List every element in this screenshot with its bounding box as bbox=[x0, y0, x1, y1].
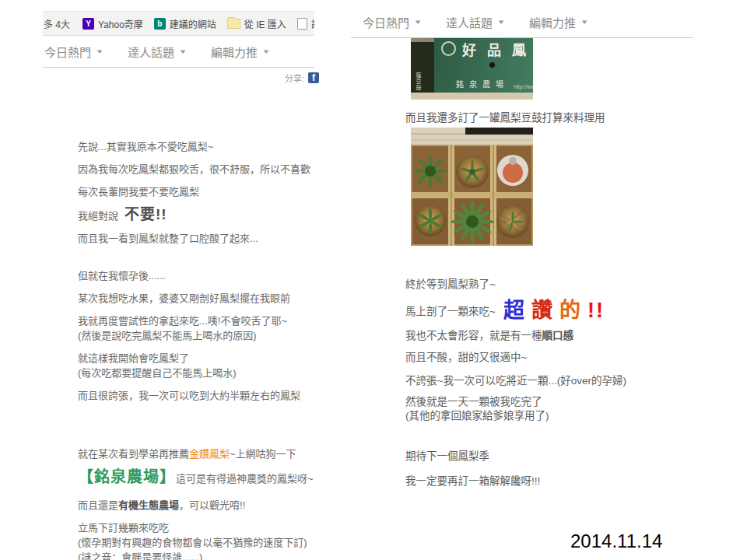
bookmark-label: 建議的網站 bbox=[170, 17, 216, 30]
post-line: 而且不酸，甜的又很適中~ bbox=[405, 351, 527, 365]
post-line: (每次吃都要提醒自己不能馬上喝水) bbox=[78, 366, 314, 380]
post-line: 而且還是有機生態農場，可以觀光唷!! bbox=[78, 499, 314, 512]
photo-pineapples-in-box bbox=[411, 128, 533, 246]
post-line: 而且很誇張，我一次可以吃到大約半顆左右的鳳梨 bbox=[78, 389, 314, 402]
nav-item-hot-today[interactable]: 今日熱門 ▼ bbox=[44, 44, 103, 60]
nav-item-editor-picks[interactable]: 編輯力推 ▼ bbox=[529, 14, 587, 30]
share-label: 分享: bbox=[285, 72, 304, 84]
photo-pineapple-box-exterior: 蔭豆鼓 好品鳳 銘泉農場 http://www bbox=[411, 38, 533, 100]
nav-item-expert-topics[interactable]: 達人話題 ▼ bbox=[446, 14, 504, 30]
bookmarks-overflow-label[interactable]: 多 4大 bbox=[44, 17, 70, 30]
post-line: (然後是說吃完鳳梨不能馬上喝水的原因) bbox=[78, 329, 314, 342]
nav-item-editor-picks[interactable]: 編輯力推 ▼ bbox=[211, 44, 269, 60]
nav-label: 今日熱門 bbox=[363, 14, 409, 30]
nav-item-expert-topics[interactable]: 達人話題 ▼ bbox=[128, 44, 186, 60]
emphasis-golden-pineapple: 金鑽鳳梨 bbox=[189, 448, 230, 460]
post-line: 就這樣我開始會吃鳳梨了 bbox=[78, 352, 314, 365]
nav-label: 今日熱門 bbox=[44, 44, 91, 60]
jar-label-text: 蔭豆鼓 bbox=[414, 72, 422, 91]
post-line: (謎之音：會胖是要怪誰......) bbox=[78, 551, 314, 560]
post-line: 我也不太會形容，就是有一種順口感 bbox=[405, 329, 573, 343]
post-line: 我絕對說不要!! bbox=[78, 208, 314, 222]
blog-post-text-left: 先說...其實我原本不愛吃鳳梨~ 因為我每次吃鳳梨都狠咬舌，很不舒服，所以不喜歡… bbox=[43, 140, 314, 560]
nav-label: 編輯力推 bbox=[211, 44, 258, 60]
emphasis-praise: 讚 bbox=[531, 299, 559, 322]
emphasis-de: 的 bbox=[559, 299, 587, 322]
table-edge bbox=[411, 93, 533, 100]
box-brand-text: 銘泉農場 bbox=[456, 78, 509, 89]
post-line: 期待下一個鳳梨季 bbox=[405, 450, 489, 464]
share-row: 分享: f bbox=[43, 68, 314, 88]
post-line: 立馬下訂幾顆來吃吃 bbox=[78, 521, 314, 534]
post-line: 而且我還多訂了一罐鳳梨豆鼓打算來料理用 bbox=[405, 109, 605, 124]
right-browser-screenshot: 今日熱門 ▼ 達人話題 ▼ 編輯力推 ▼ 蔭豆鼓 好品鳳 銘泉農場 http:/… bbox=[354, 9, 720, 523]
left-browser-screenshot: 多 4大 Y Yahoo奇摩 b 建議的網站 從 IE 匯入 計劃收 今日熱門 … bbox=[43, 11, 314, 560]
folder-icon bbox=[227, 19, 240, 29]
site-nav: 今日熱門 ▼ 達人話題 ▼ 編輯力推 ▼ bbox=[43, 36, 314, 67]
bookmark-suggested-sites[interactable]: b 建議的網站 bbox=[154, 17, 216, 30]
chevron-down-icon: ▼ bbox=[261, 48, 270, 55]
post-line: 我一定要再訂一箱解解饞呀!!! bbox=[405, 474, 540, 488]
chevron-down-icon: ▼ bbox=[95, 48, 103, 55]
box-side-face: 蔭豆鼓 bbox=[411, 42, 434, 93]
bing-icon: b bbox=[154, 18, 166, 30]
emphasis-super: 超 bbox=[503, 299, 531, 322]
emphasis-bang: !! bbox=[587, 299, 605, 322]
chevron-down-icon: ▼ bbox=[580, 19, 588, 26]
nav-label: 達人話題 bbox=[128, 44, 174, 60]
bookmark-yahoo[interactable]: Y Yahoo奇摩 bbox=[82, 17, 143, 30]
bookmark-label: Yahoo奇摩 bbox=[98, 17, 143, 30]
nav-label: 達人話題 bbox=[446, 14, 493, 30]
page-icon bbox=[297, 18, 307, 30]
post-line: 馬上剖了一顆來吃~超讚的!! bbox=[405, 303, 605, 319]
nav-item-hot-today[interactable]: 今日熱門 ▼ bbox=[363, 14, 421, 30]
post-line: (懷孕期對有興趣的食物都會以毫不猶豫的速度下訂) bbox=[78, 536, 314, 549]
nav-label: 編輯力推 bbox=[529, 14, 576, 30]
bookmarks-bar: 多 4大 Y Yahoo奇摩 b 建議的網站 從 IE 匯入 計劃收 bbox=[43, 11, 314, 36]
post-line: 我就再度嘗試性的拿起來吃...咦!不會咬舌了耶~ bbox=[78, 314, 314, 327]
chevron-down-icon: ▼ bbox=[413, 19, 422, 26]
site-nav: 今日熱門 ▼ 達人話題 ▼ 編輯力推 ▼ bbox=[363, 14, 587, 30]
chevron-down-icon: ▼ bbox=[178, 48, 187, 55]
bookmark-label: 計劃收 bbox=[311, 17, 314, 30]
box-front-face: 好品鳳 銘泉農場 http://www bbox=[434, 38, 533, 93]
bookmark-label: 從 IE 匯入 bbox=[244, 17, 286, 30]
pineapple-box-illustration bbox=[411, 128, 533, 246]
facebook-share-icon[interactable]: f bbox=[308, 72, 319, 83]
emphasis-smooth-taste: 順口感 bbox=[542, 330, 574, 341]
farm-logo-stamp-icon bbox=[441, 41, 456, 56]
bookmark-plan[interactable]: 計劃收 bbox=[297, 17, 314, 30]
chevron-down-icon: ▼ bbox=[496, 19, 505, 26]
box-title-text: 好品鳳 bbox=[462, 39, 533, 59]
box-url-text: http://www bbox=[514, 84, 533, 89]
post-line: 某次我想吃水果，婆婆又剛剖好鳳梨擺在我眼前 bbox=[78, 292, 314, 305]
post-line: 而且我一看到鳳梨就整了口腔酸了起來... bbox=[78, 232, 314, 245]
post-line: 就在某次看到學弟再推薦金鑽鳳梨~上網咕狗一下 bbox=[78, 447, 314, 460]
bookmark-ie-import-folder[interactable]: 從 IE 匯入 bbox=[227, 17, 286, 30]
yahoo-icon: Y bbox=[82, 18, 94, 30]
post-line: 因為我每次吃鳳梨都狠咬舌，很不舒服，所以不喜歡 bbox=[78, 163, 314, 176]
post-line: 先說...其實我原本不愛吃鳳梨~ bbox=[78, 140, 314, 153]
post-line: 但就在我懷孕後...... bbox=[78, 269, 314, 282]
post-line: (其他的拿回娘家給爹娘享用了) bbox=[405, 409, 549, 423]
emphasis-organic-farm: 有機生態農場 bbox=[118, 499, 179, 511]
post-line: 然後就是一天一顆被我吃完了 bbox=[405, 395, 542, 409]
box-hole bbox=[489, 62, 495, 68]
post-line: 【銘泉農場】這可是有得過神農獎的鳳梨呀~ bbox=[78, 467, 314, 489]
emphasis-farm-name: 【銘泉農場】 bbox=[78, 468, 176, 485]
slide-date: 2014.11.14 bbox=[570, 530, 662, 552]
post-line: 終於等到鳳梨熟了~ bbox=[405, 278, 496, 292]
emphasis-no-way: 不要!! bbox=[124, 206, 167, 222]
post-line: 每次長輩問我要不要吃鳳梨 bbox=[78, 185, 314, 198]
post-line: 不誇張~我一次可以吃將近一顆...(好over的孕婦) bbox=[405, 374, 626, 388]
